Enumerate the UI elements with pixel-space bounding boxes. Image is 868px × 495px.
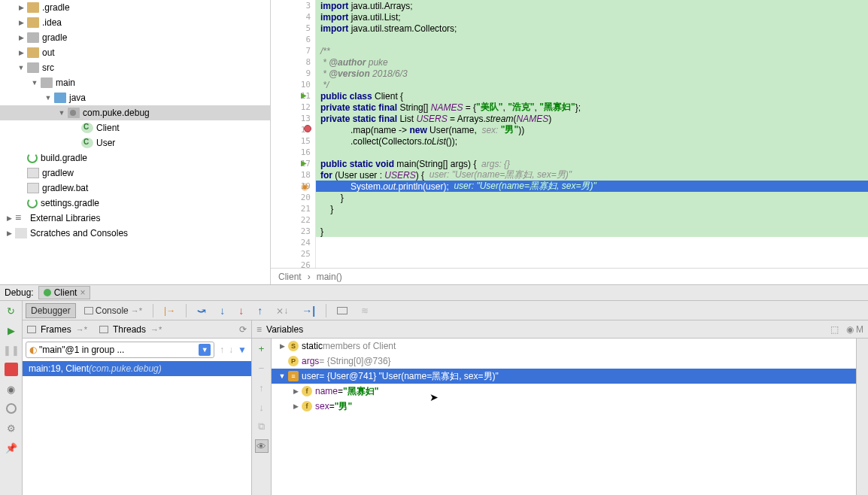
restore-button[interactable]: ⬚ — [830, 324, 839, 335]
tree-item-main[interactable]: ▼main — [0, 75, 270, 90]
collapse-icon[interactable]: ▼ — [278, 372, 287, 381]
tree-item-client[interactable]: ▶Client — [0, 120, 270, 135]
project-tree[interactable]: ▶.gradle ▶.idea ▶gradle ▶out ▼src ▼main … — [0, 0, 271, 284]
console-tab[interactable]: Console→* — [79, 303, 147, 318]
tree-item-settings-gradle[interactable]: ▶settings.gradle — [0, 196, 270, 211]
frame-row[interactable]: main:19, Client (com.puke.debug) — [23, 361, 251, 376]
debugger-tab[interactable]: Debugger — [26, 303, 76, 318]
drop-frame-button[interactable]: ⨯↓ — [271, 303, 293, 318]
breadcrumb-method[interactable]: main() — [317, 272, 342, 282]
threads-title: Threads — [113, 324, 146, 335]
variables-gutter: + − ↑ ↓ ⧉ 👁 — [252, 339, 272, 495]
frames-panel: Frames →* Threads →* ⟳ ◐ "main"@1 in gro… — [23, 320, 252, 495]
copy-button[interactable]: ⧉ — [255, 420, 269, 433]
stop-button[interactable] — [5, 363, 18, 376]
tree-item-out[interactable]: ▶out — [0, 45, 270, 60]
scratch-icon — [15, 228, 27, 238]
tree-item-external-libraries[interactable]: ▶External Libraries — [0, 211, 270, 226]
expand-icon[interactable]: ▶ — [17, 48, 26, 57]
debug-label: Debug: — [5, 287, 34, 298]
tree-item-gradlew-bat[interactable]: ▶gradlew.bat — [0, 181, 270, 196]
expand-icon[interactable]: ▶ — [17, 33, 26, 42]
new-watch-button[interactable]: + — [255, 342, 269, 355]
force-step-into-button[interactable]: ↓ — [233, 302, 249, 319]
tree-item-gradle[interactable]: ▶gradle — [0, 30, 270, 45]
prev-frame-button[interactable]: ↑ — [220, 345, 224, 355]
tree-item-gradlew[interactable]: ▶gradlew — [0, 166, 270, 181]
dropdown-icon[interactable]: ▼ — [199, 344, 211, 356]
filter-button[interactable]: ▼ — [238, 345, 247, 355]
next-frame-button[interactable]: ↓ — [229, 345, 233, 355]
tree-item-package[interactable]: ▼com.puke.debug — [0, 105, 270, 120]
mute-breakpoints-button[interactable] — [5, 402, 18, 415]
tree-item-user[interactable]: ▶User — [0, 135, 270, 150]
down-button[interactable]: ↓ — [255, 400, 269, 414]
static-badge-icon: S — [288, 341, 299, 351]
show-watches-button[interactable]: 👁 — [255, 439, 269, 453]
evaluate-button[interactable] — [332, 305, 353, 317]
expand-icon[interactable]: ▶ — [5, 214, 14, 223]
right-edge — [856, 339, 868, 495]
frames-list[interactable]: main:19, Client (com.puke.debug) — [23, 361, 251, 495]
view-breakpoints-button[interactable]: ◉ — [5, 382, 18, 396]
debug-actions-gutter: ↻ ▶ ❚❚ ◉ ⚙ 📌 — [0, 301, 23, 495]
run-to-cursor-button[interactable]: →| — [296, 302, 320, 319]
breadcrumb-file[interactable]: Client — [278, 272, 302, 282]
threads-icon — [99, 326, 108, 333]
step-out-button[interactable]: ↑ — [252, 302, 268, 319]
step-over-button[interactable]: ⤻ — [192, 302, 211, 319]
field-badge-icon: f — [302, 386, 312, 396]
tree-item-idea[interactable]: ▶.idea — [0, 15, 270, 30]
tree-item-build-gradle[interactable]: ▶build.gradle — [0, 150, 270, 166]
expand-icon[interactable]: ▶ — [17, 18, 26, 27]
expand-icon[interactable]: ▶ — [17, 3, 26, 12]
pin-button[interactable]: 📌 — [5, 441, 18, 454]
step-into-button[interactable]: ↓ — [214, 302, 230, 319]
thread-selector[interactable]: ◐ "main"@1 in group ... ▼ — [26, 342, 214, 358]
remove-watch-button[interactable]: − — [255, 361, 269, 375]
show-execution-point-button[interactable]: |→ — [159, 303, 181, 318]
tree-item-java[interactable]: ▼java — [0, 90, 270, 105]
variable-row-args[interactable]: ▶ P args = {String[0]@736} — [272, 354, 856, 369]
variable-row-static[interactable]: ▶ S static members of Client — [272, 339, 856, 354]
variable-row-user[interactable]: ▼ ≡ user = {User@741} "User(name=黑寡妇, se… — [272, 369, 856, 384]
variables-tree[interactable]: ▶ S static members of Client ▶ P args = … — [272, 339, 856, 495]
class-icon — [81, 123, 93, 133]
expand-icon[interactable]: ▶ — [5, 229, 14, 238]
tree-item-src[interactable]: ▼src — [0, 60, 270, 75]
library-icon — [15, 213, 27, 223]
variable-row-name[interactable]: ▶ f name = "黑寡妇" — [272, 384, 856, 399]
pause-button[interactable]: ❚❚ — [5, 343, 18, 357]
expand-icon[interactable]: ▶ — [291, 402, 300, 411]
collapse-icon[interactable]: ▼ — [44, 93, 53, 102]
tree-item-scratches[interactable]: ▶Scratches and Consoles — [0, 226, 270, 241]
debug-config-tab[interactable]: Client × — [38, 286, 91, 299]
collapse-icon[interactable]: ▼ — [30, 78, 39, 87]
breadcrumb[interactable]: Client › main() — [271, 268, 868, 284]
file-icon — [27, 183, 39, 193]
editor-pane: 345678910▶111213141516▶1718◉192021222324… — [271, 0, 868, 284]
collapse-icon[interactable]: ▼ — [17, 63, 26, 72]
variables-title: Variables — [266, 324, 303, 335]
rerun-button[interactable]: ↻ — [5, 304, 18, 317]
folder-icon — [54, 93, 66, 103]
debug-tool-window-header[interactable]: Debug: Client × — [0, 284, 868, 301]
close-icon[interactable]: × — [80, 287, 85, 298]
tree-item-gradle-hidden[interactable]: ▶.gradle — [0, 0, 270, 15]
trace-button[interactable]: ≋ — [356, 303, 374, 318]
restore-layout-button[interactable]: ⟳ — [239, 324, 247, 335]
collapse-icon[interactable]: ▼ — [57, 108, 66, 117]
variable-row-sex[interactable]: ▶ f sex = "男" — [272, 399, 856, 414]
expand-icon[interactable]: ▶ — [278, 342, 287, 351]
expand-icon[interactable]: ▶ — [291, 387, 300, 396]
code-area[interactable]: import java.util.Arrays;import java.util… — [316, 0, 868, 268]
settings-button[interactable]: ⚙ — [5, 421, 18, 435]
editor-gutter[interactable]: 345678910▶111213141516▶1718◉192021222324… — [271, 0, 316, 268]
folder-icon — [41, 77, 53, 88]
up-button[interactable]: ↑ — [255, 381, 269, 394]
watches-button[interactable]: ◉ M — [846, 324, 863, 335]
object-badge-icon: ≡ — [288, 371, 299, 381]
resume-button[interactable]: ▶ — [5, 323, 18, 337]
file-icon — [27, 168, 39, 178]
folder-icon — [27, 2, 39, 13]
